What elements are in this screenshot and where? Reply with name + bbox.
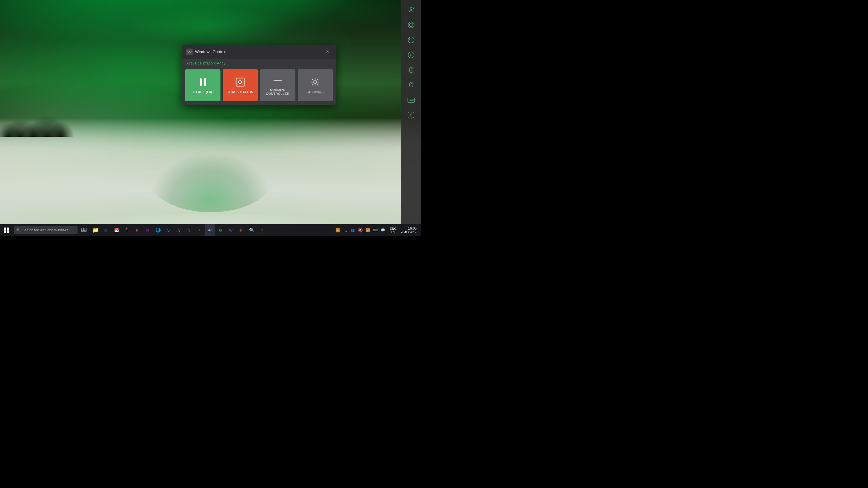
taskbar: 🔍 Search the web and Windows 📁 O 📅 📱 P N… — [0, 224, 421, 236]
sidebar-item-mouse[interactable] — [405, 64, 417, 76]
svg-rect-41 — [84, 228, 87, 231]
tray-network[interactable]: 👥 — [349, 224, 356, 236]
sidebar-item-eye-person[interactable] — [405, 3, 417, 16]
sidebar-item-mouse-settings[interactable] — [405, 78, 417, 91]
tray-chevron[interactable]: 🔼 — [334, 224, 341, 236]
clock-time: 16:06 — [408, 226, 416, 230]
sidebar-item-interaction[interactable] — [405, 34, 417, 46]
svg-point-16 — [410, 83, 412, 85]
settings-icon — [310, 77, 320, 87]
right-sidebar — [401, 0, 421, 224]
taskbar-app-store[interactable]: + — [194, 224, 205, 236]
track-status-button[interactable]: TRACK STATUS — [223, 69, 258, 101]
taskbar-app-chrome[interactable]: 🌐 — [153, 224, 163, 236]
sidebar-item-settings[interactable] — [405, 109, 417, 122]
dialog-logo-icon — [186, 48, 193, 55]
taskbar-app-tobii[interactable]: T — [257, 224, 267, 236]
svg-point-8 — [408, 37, 414, 43]
svg-point-25 — [410, 114, 412, 116]
sidebar-item-calibration[interactable] — [405, 19, 417, 31]
svg-rect-43 — [84, 231, 87, 232]
svg-point-10 — [408, 52, 414, 58]
tree-silhouettes — [0, 66, 168, 137]
svg-rect-30 — [236, 78, 244, 86]
dialog-title-text: Windows Control — [195, 50, 226, 54]
svg-point-31 — [239, 80, 242, 84]
language-code: ENG — [390, 227, 397, 230]
tray-keyboard[interactable]: ⌨ — [372, 224, 379, 236]
svg-rect-42 — [81, 231, 84, 232]
svg-point-14 — [410, 68, 412, 70]
minimize-controller-button[interactable]: MINIMIZE CONTROLLER — [260, 69, 296, 101]
minimize-button-label: MINIMIZE CONTROLLER — [260, 89, 296, 95]
tray-action-center[interactable]: 💬 — [379, 224, 386, 236]
taskbar-app-pptx[interactable]: P — [236, 224, 247, 236]
svg-point-35 — [314, 80, 316, 84]
sidebar-item-profile[interactable] — [405, 48, 417, 61]
svg-rect-40 — [81, 228, 84, 231]
pause-button-label: PAUSE (F4) — [193, 90, 212, 94]
settings-button[interactable]: SETTINGS — [298, 69, 333, 101]
taskbar-app-whatsapp[interactable]: 📱 — [122, 224, 132, 236]
svg-rect-38 — [4, 230, 6, 233]
tray-wifi[interactable]: 📶 — [364, 224, 371, 236]
taskbar-app-calendar[interactable]: 📅 — [111, 224, 122, 236]
svg-rect-37 — [7, 228, 9, 230]
subtitle-prefix: Active calibration: — [186, 61, 216, 65]
dialog-close-button[interactable]: × — [323, 48, 332, 56]
taskbar-app-money[interactable]: $ — [184, 224, 194, 236]
river-reflection — [148, 142, 274, 213]
start-button[interactable] — [0, 224, 13, 236]
svg-rect-15 — [409, 83, 413, 87]
svg-point-27 — [189, 52, 190, 52]
search-icon: 🔍 — [16, 228, 21, 232]
taskbar-app-outlook[interactable]: O — [101, 224, 111, 236]
taskbar-apps: 📁 O 📅 📱 P N 🌐 S ♫ $ + Ae G W P 🔍 T — [89, 224, 333, 236]
taskbar-app-onenote[interactable]: N — [142, 224, 153, 236]
pause-icon — [197, 77, 208, 87]
taskbar-search[interactable]: 🔍 Search the web and Windows — [14, 226, 78, 234]
svg-point-11 — [410, 54, 412, 56]
svg-rect-36 — [4, 228, 6, 230]
taskbar-app-explorer[interactable]: 📁 — [90, 224, 101, 236]
track-button-label: TRACK STATUS — [227, 90, 253, 94]
windows-control-dialog: Windows Control × Active calibration: An… — [182, 45, 336, 105]
sidebar-item-keyboard[interactable] — [405, 94, 417, 106]
track-icon — [235, 77, 245, 87]
pause-button[interactable]: PAUSE (F4) — [185, 69, 220, 101]
task-view-icon — [81, 228, 87, 232]
tray-volume[interactable]: 🔇 — [357, 224, 364, 236]
system-tray: 🔼 … 👥 🔇 📶 ⌨ 💬 — [333, 224, 388, 236]
dialog-titlebar: Windows Control × — [182, 45, 336, 59]
clock-date: 28/03/2017 — [401, 230, 416, 234]
svg-rect-28 — [199, 78, 202, 86]
task-view-button[interactable] — [79, 224, 89, 236]
calibration-name: Andy — [217, 61, 226, 65]
taskbar-app-powerpoint[interactable]: P — [132, 224, 142, 236]
taskbar-language[interactable]: ENG SV — [388, 224, 398, 236]
settings-button-label: SETTINGS — [307, 90, 324, 94]
svg-point-3 — [409, 23, 413, 27]
taskbar-app-word[interactable]: W — [226, 224, 236, 236]
taskbar-app-ae[interactable]: Ae — [205, 224, 215, 236]
tray-more[interactable]: … — [342, 224, 349, 236]
dialog-title-area: Windows Control — [186, 48, 226, 55]
svg-rect-17 — [408, 98, 414, 102]
desktop-background — [0, 0, 421, 236]
taskbar-app-spotify[interactable]: ♫ — [174, 224, 184, 236]
svg-rect-39 — [7, 230, 9, 233]
taskbar-app-skype[interactable]: S — [163, 224, 174, 236]
taskbar-app-green[interactable]: G — [215, 224, 226, 236]
search-placeholder: Search the web and Windows — [22, 228, 68, 232]
taskbar-app-browser2[interactable]: 🔍 — [247, 224, 257, 236]
taskbar-clock[interactable]: 16:06 28/03/2017 — [398, 224, 419, 236]
dialog-buttons-container: PAUSE (F4) TRACK STATUS MINIMIZE CONTROL… — [182, 68, 336, 105]
dialog-subtitle: Active calibration: Andy — [182, 59, 336, 68]
windows-logo-icon — [4, 228, 9, 233]
show-desktop-button[interactable] — [419, 224, 421, 236]
svg-point-0 — [410, 7, 412, 9]
minimize-icon — [273, 75, 283, 86]
svg-rect-29 — [204, 78, 206, 86]
language-sub: SV — [391, 230, 395, 234]
